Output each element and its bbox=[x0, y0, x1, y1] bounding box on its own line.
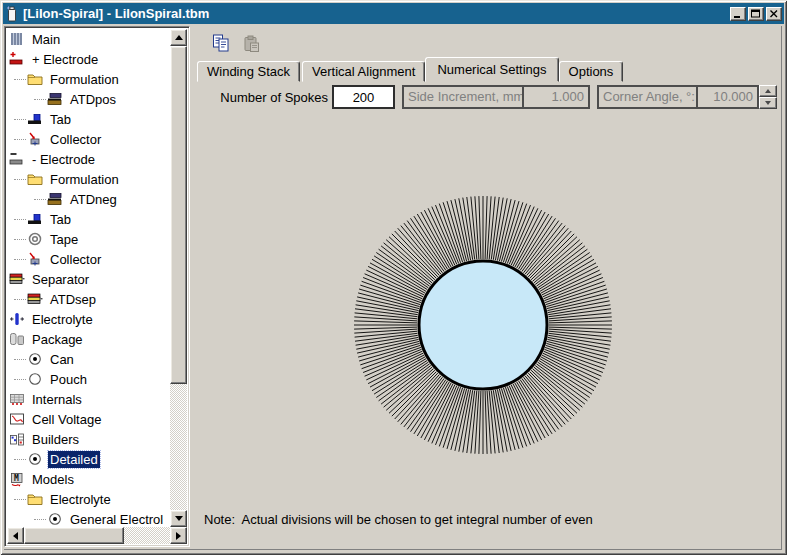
tree-connector bbox=[14, 250, 26, 260]
tree-item-label: ATDpos bbox=[68, 91, 118, 108]
tab-options[interactable]: Options bbox=[559, 61, 624, 82]
tree-item-tape[interactable]: Tape bbox=[7, 229, 170, 249]
tree-item-can[interactable]: Can bbox=[7, 349, 170, 369]
window-title: [LiIon-Spiral] - LiIonSpiral.tbm bbox=[23, 6, 728, 21]
tree-connector bbox=[14, 170, 26, 180]
package-icon bbox=[9, 331, 25, 347]
tree-item-formulation[interactable]: Formulation bbox=[7, 169, 170, 189]
paste-icon bbox=[242, 35, 261, 53]
tree-connector bbox=[14, 450, 26, 460]
title-bar: [LiIon-Spiral] - LiIonSpiral.tbm bbox=[3, 3, 784, 24]
tree-item-tab[interactable]: Tab bbox=[7, 109, 170, 129]
tree-item-label: Main bbox=[30, 31, 62, 48]
tree-item-label: - Electrode bbox=[30, 151, 97, 168]
tree-item-atdsep[interactable]: ATDsep bbox=[7, 289, 170, 309]
tab-winding-stack[interactable]: Winding Stack bbox=[197, 61, 300, 82]
layers-icon bbox=[47, 91, 63, 107]
tree-item-label: Tab bbox=[48, 211, 73, 228]
tree-item-label: Package bbox=[30, 331, 85, 348]
tree-item-label: Models bbox=[30, 471, 76, 488]
spoke-diagram bbox=[333, 175, 633, 475]
builders-icon bbox=[9, 431, 25, 447]
tree-connector bbox=[14, 370, 26, 380]
tree-item-atdneg[interactable]: ATDneg bbox=[7, 189, 170, 209]
scroll-right-button[interactable] bbox=[170, 527, 187, 544]
tree-item-collector[interactable]: Collector bbox=[7, 129, 170, 149]
tree-item-label: General Electrol bbox=[68, 511, 165, 528]
tab-vertical-alignment[interactable]: Vertical Alignment bbox=[302, 61, 425, 82]
tree-item-separator[interactable]: Separator bbox=[7, 269, 170, 289]
tree-connector bbox=[14, 230, 26, 240]
cell-voltage-icon bbox=[9, 411, 25, 427]
tree-item-electrolyte[interactable]: Electrolyte bbox=[7, 309, 170, 329]
tree-item-label: Internals bbox=[30, 391, 84, 408]
tree-item-internals[interactable]: Internals bbox=[7, 389, 170, 409]
tab-strip: Winding StackVertical AlignmentNumerical… bbox=[197, 57, 625, 82]
tree-item-label: Tab bbox=[48, 111, 73, 128]
tree-item-electrode[interactable]: - Electrode bbox=[7, 149, 170, 169]
close-button[interactable] bbox=[766, 7, 782, 21]
neg-electrode-icon bbox=[9, 151, 25, 167]
tree-item-electrolyte[interactable]: Electrolyte bbox=[7, 489, 170, 509]
pos-electrode-icon bbox=[9, 51, 25, 67]
tree-item-formulation[interactable]: Formulation bbox=[7, 69, 170, 89]
tab-numerical-settings[interactable]: Numerical Settings bbox=[425, 57, 558, 82]
app-window: [LiIon-Spiral] - LiIonSpiral.tbm Main+ E… bbox=[0, 0, 787, 555]
tree-item-pouch[interactable]: Pouch bbox=[7, 369, 170, 389]
battery-app-icon bbox=[5, 5, 19, 22]
tree-item-cell-voltage[interactable]: Cell Voltage bbox=[7, 409, 170, 429]
tree-item-tab[interactable]: Tab bbox=[7, 209, 170, 229]
radio-on-icon bbox=[27, 451, 43, 467]
separator-icon bbox=[27, 291, 43, 307]
radio-on-icon bbox=[27, 351, 43, 367]
side-increment-field: Side Increment, mm 1.000 bbox=[402, 85, 590, 109]
number-of-spokes-input[interactable] bbox=[332, 85, 395, 109]
tree-item-detailed[interactable]: Detailed bbox=[7, 449, 170, 469]
tree-connector bbox=[34, 90, 46, 100]
window-controls bbox=[728, 7, 782, 21]
tree-item-label: Formulation bbox=[48, 71, 121, 88]
vertical-scroll-thumb[interactable] bbox=[170, 46, 187, 384]
tree-list: Main+ ElectrodeFormulationATDposTabColle… bbox=[7, 29, 170, 527]
electrolyte-icon bbox=[9, 311, 25, 327]
spin-down-button[interactable] bbox=[759, 97, 777, 109]
tree-vertical-scrollbar[interactable] bbox=[170, 29, 187, 527]
note-text: Note: Actual divisions will be chosen to… bbox=[204, 512, 593, 527]
tree-item-collector[interactable]: Collector bbox=[7, 249, 170, 269]
minimize-button[interactable] bbox=[730, 7, 746, 21]
scroll-down-button[interactable] bbox=[170, 510, 187, 527]
tree-item-package[interactable]: Package bbox=[7, 329, 170, 349]
tree-item-electrode[interactable]: + Electrode bbox=[7, 49, 170, 69]
tree-item-main[interactable]: Main bbox=[7, 29, 170, 49]
tree-horizontal-scrollbar[interactable] bbox=[7, 527, 187, 544]
tab-icon bbox=[27, 211, 43, 227]
spoke-diagram-svg bbox=[333, 175, 633, 475]
corner-angle-spinner bbox=[759, 85, 777, 109]
layers-icon bbox=[47, 191, 63, 207]
corner-angle-value[interactable]: 10.000 bbox=[698, 87, 757, 107]
tree-item-builders[interactable]: Builders bbox=[7, 429, 170, 449]
tree-item-label: ATDsep bbox=[48, 291, 98, 308]
folder-icon bbox=[27, 171, 43, 187]
radio-on-icon bbox=[47, 511, 63, 527]
tree-item-atdpos[interactable]: ATDpos bbox=[7, 89, 170, 109]
collector-icon bbox=[27, 251, 43, 267]
spin-up-button[interactable] bbox=[759, 85, 777, 97]
tree-item-label: Collector bbox=[48, 251, 103, 268]
tree-item-label: Detailed bbox=[48, 451, 100, 468]
client-border-bottom bbox=[4, 549, 782, 550]
side-increment-label: Side Increment, mm bbox=[404, 87, 524, 107]
horizontal-scroll-thumb[interactable] bbox=[24, 527, 124, 544]
scroll-up-button[interactable] bbox=[170, 29, 187, 46]
collector-icon bbox=[27, 131, 43, 147]
folder-icon bbox=[27, 491, 43, 507]
tree-item-general-electrol[interactable]: General Electrol bbox=[7, 509, 170, 527]
tree-item-models[interactable]: MModels bbox=[7, 469, 170, 489]
scroll-left-button[interactable] bbox=[7, 527, 24, 544]
tree-connector bbox=[14, 490, 26, 500]
side-increment-value[interactable]: 1.000 bbox=[524, 87, 588, 107]
copy-icon[interactable] bbox=[211, 33, 231, 53]
separator-icon bbox=[9, 271, 25, 287]
maximize-button[interactable] bbox=[748, 7, 764, 21]
tape-icon bbox=[27, 231, 43, 247]
